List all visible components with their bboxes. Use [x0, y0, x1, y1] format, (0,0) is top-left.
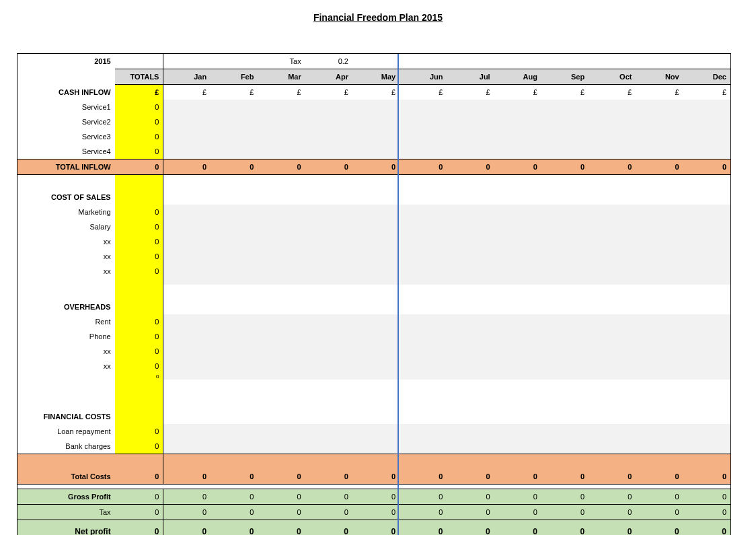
- plan-table: 2015Tax0.2TOTALSJanFebMarAprMayJunJulAug…: [17, 53, 731, 535]
- page-title: Financial Freedom Plan 2015: [17, 12, 739, 23]
